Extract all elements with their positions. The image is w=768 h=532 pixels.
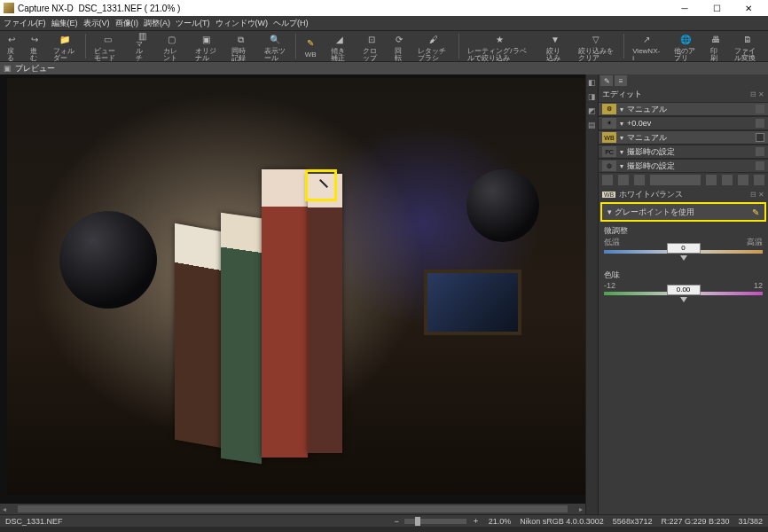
- photo-object: [262, 169, 308, 457]
- viewnxi-icon: ↗: [643, 32, 650, 48]
- gray-point-sampler[interactable]: [305, 169, 337, 201]
- app-icon: [4, 3, 14, 13]
- star-icon: ★: [496, 32, 504, 48]
- section-close-icon[interactable]: ⊟ ✕: [750, 191, 764, 199]
- scroll-left-icon[interactable]: ◂: [0, 505, 9, 513]
- separator: [623, 34, 624, 59]
- edit-row-exposure[interactable]: ☀ ▾ +0.0ev: [599, 116, 768, 130]
- mini-tool-icon[interactable]: [602, 175, 613, 185]
- preview-tab-bar: ▣ プレビュー: [0, 62, 768, 74]
- folder-button[interactable]: 📁フォルダー: [46, 30, 82, 62]
- slider-right-label: 高温: [747, 237, 763, 248]
- displaytool-button[interactable]: 🔍表示ツール: [257, 30, 294, 62]
- menu-image[interactable]: 画像(I): [115, 18, 139, 29]
- scroll-right-icon[interactable]: ▸: [576, 505, 585, 513]
- row-icon: [756, 105, 764, 113]
- edit-row-noise[interactable]: ◍ ▾ 撮影時の設定: [599, 159, 768, 173]
- convert-button[interactable]: 🗎ファイル変換: [727, 30, 768, 62]
- noise-icon: ◍: [602, 160, 616, 171]
- edit-row-picturecontrol[interactable]: PC ▾ 撮影時の設定: [599, 145, 768, 159]
- checkbox-icon[interactable]: [756, 133, 764, 142]
- wb-tool-button[interactable]: ✎WB: [298, 30, 324, 62]
- vtool-folder-icon[interactable]: ▤: [588, 121, 596, 129]
- crop-button[interactable]: ⊡クロップ: [356, 30, 388, 62]
- menu-edit[interactable]: 編集(E): [51, 18, 78, 29]
- zoom-slider[interactable]: [404, 519, 466, 524]
- vtool-palette-icon[interactable]: ◨: [588, 92, 596, 101]
- current-button[interactable]: ▢カレント: [156, 30, 188, 62]
- slider-thumb[interactable]: [680, 297, 687, 302]
- wb-tint-slider-block: 色味 -12 12 0.00: [599, 266, 768, 299]
- preview-tab-label[interactable]: プレビュー: [15, 63, 55, 74]
- tiltfix-button[interactable]: ◢傾き補正: [324, 30, 356, 62]
- chevron-down-icon: ▾: [620, 120, 623, 128]
- image-canvas[interactable]: [0, 74, 585, 504]
- status-zoom: 21.0%: [489, 517, 512, 526]
- wb-tint-slider[interactable]: 0.00: [604, 292, 763, 295]
- record-button[interactable]: ⧉同時記録: [224, 30, 256, 62]
- edit-row-wb[interactable]: WB ▾ マニュアル: [599, 130, 768, 145]
- status-dimensions: 5568x3712: [613, 517, 653, 526]
- funnel-clear-icon: ▽: [592, 32, 600, 48]
- edit-row-manual[interactable]: ⚙ ▾ マニュアル: [599, 102, 768, 116]
- otherapp-button[interactable]: 🌐他のアプリ: [667, 30, 703, 62]
- viewnxi-button[interactable]: ↗ViewNX-i: [625, 30, 667, 62]
- vtool-histogram-icon[interactable]: ◧: [588, 78, 596, 87]
- minimize-button[interactable]: ─: [669, 0, 701, 16]
- print-button[interactable]: 🖶印刷: [703, 30, 726, 62]
- export-icon: 🗎: [743, 32, 752, 48]
- menu-tool[interactable]: ツール(T): [176, 18, 210, 29]
- rotate-button[interactable]: ⟳回転: [388, 30, 411, 62]
- menu-window[interactable]: ウィンドウ(W): [216, 18, 269, 29]
- window-titlebar: Capture NX-D DSC_1331.NEF ( 21.0% ) ─ ☐ …: [0, 0, 768, 16]
- slider-thumb[interactable]: [680, 255, 687, 261]
- menu-help[interactable]: ヘルプ(H): [273, 18, 309, 29]
- wb-temp-slider[interactable]: 0: [604, 250, 763, 254]
- clear-filter-button[interactable]: ▽絞り込みをクリア: [571, 30, 622, 62]
- slider-label: 色味: [604, 270, 763, 281]
- back-button[interactable]: ↩戻る: [0, 30, 23, 62]
- separator: [295, 34, 296, 59]
- viewmode-button[interactable]: ▭ビューモード: [87, 30, 128, 62]
- rating-filter-button[interactable]: ★レーティング/ラベルで絞り込み: [460, 30, 538, 62]
- close-button[interactable]: ✕: [733, 0, 764, 16]
- menu-view[interactable]: 表示(V): [83, 18, 110, 29]
- expand-icon[interactable]: ▣: [4, 64, 12, 73]
- mini-tool-icon[interactable]: [722, 175, 733, 185]
- section-close-icon[interactable]: ⊟ ✕: [750, 90, 764, 98]
- panel-tab-meta-icon[interactable]: ≡: [615, 75, 627, 86]
- maximize-button[interactable]: ☐: [701, 0, 733, 16]
- menu-bar: ファイル(F) 編集(E) 表示(V) 画像(I) 調整(A) ツール(T) ウ…: [0, 16, 768, 30]
- wb-graypoint-dropdown[interactable]: ▾ グレーポイントを使用 ✎: [602, 204, 764, 220]
- globe-icon: 🌐: [680, 32, 691, 48]
- print-icon: 🖶: [711, 32, 720, 48]
- multi-button[interactable]: ▥マルチ: [129, 30, 156, 62]
- mini-tool-icon[interactable]: [754, 175, 764, 185]
- wb-badge-icon: WB: [602, 132, 616, 143]
- eyedropper-icon[interactable]: ✎: [752, 207, 759, 217]
- horizontal-scrollbar[interactable]: ◂ ▸: [0, 504, 585, 514]
- vtool-navigator-icon[interactable]: ◩: [588, 106, 596, 115]
- mini-tool-icon[interactable]: [618, 175, 629, 185]
- scroll-thumb[interactable]: [18, 505, 568, 512]
- status-bar: DSC_1331.NEF − ＋ 21.0% Nikon sRGB 4.0.0.…: [0, 514, 768, 527]
- filter-button[interactable]: ▼絞り込み: [539, 30, 571, 62]
- mini-tool-icon[interactable]: [634, 175, 645, 185]
- wb-tint-value-input[interactable]: 0.00: [667, 285, 701, 295]
- photo-object: [59, 211, 157, 309]
- image-preview[interactable]: [7, 78, 585, 495]
- zoom-out-icon[interactable]: −: [395, 517, 399, 526]
- status-colorspace: Nikon sRGB 4.0.0.3002: [520, 517, 604, 526]
- zoom-in-icon[interactable]: ＋: [472, 515, 480, 527]
- display-icon: 🔍: [270, 32, 280, 48]
- forward-button[interactable]: ↪進む: [23, 30, 46, 62]
- mini-tool-icon[interactable]: [738, 175, 748, 185]
- menu-file[interactable]: ファイル(F): [4, 18, 46, 29]
- wb-temp-value-input[interactable]: 0: [667, 243, 701, 254]
- retouch-button[interactable]: 🖌レタッチブラシ: [411, 30, 456, 62]
- exposure-icon: ☀: [602, 118, 616, 129]
- menu-adjust[interactable]: 調整(A): [144, 18, 170, 29]
- mini-tool-icon[interactable]: [706, 175, 717, 185]
- original-button[interactable]: ▣オリジナル: [188, 30, 224, 62]
- panel-tab-edit-icon[interactable]: ✎: [600, 75, 613, 86]
